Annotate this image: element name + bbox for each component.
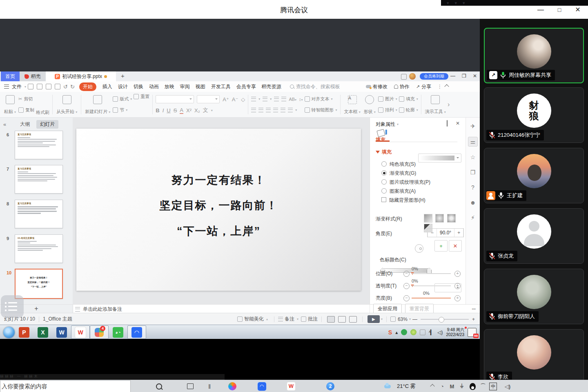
gradient-radial-swatch[interactable] xyxy=(435,214,444,223)
wps-local-taskbar-icon[interactable]: W xyxy=(287,382,296,391)
hamburger-icon[interactable] xyxy=(4,85,9,89)
notes-button[interactable]: 备注 xyxy=(285,316,294,323)
new-slide-button[interactable]: 新建幻灯片 ▾ xyxy=(83,94,112,116)
zoom-level[interactable]: 63% xyxy=(398,316,408,322)
participant-tile[interactable]: 李欣 xyxy=(484,329,584,385)
qq-tray-icon[interactable] xyxy=(468,382,477,391)
sorter-view-button[interactable] xyxy=(338,316,346,323)
menu-transition[interactable]: 切换 xyxy=(134,83,143,90)
wechat-taskbar-icon[interactable]: ◕◔ xyxy=(113,327,123,338)
redo-icon[interactable]: ↻ xyxy=(70,84,75,90)
menu-member[interactable]: 会员专享 xyxy=(236,83,256,90)
sticker-rail-icon[interactable]: ☻ xyxy=(468,198,477,207)
slide-canvas[interactable]: 努力一定有结果！ 坚定目标，一路向前！ “下一站，上岸” xyxy=(73,118,370,304)
bold-button[interactable]: B xyxy=(156,107,159,114)
task-view-icon[interactable] xyxy=(186,382,195,391)
fill-tab-label[interactable]: 填充 xyxy=(376,136,385,143)
text-direction-button[interactable]: ↕▾ xyxy=(299,97,303,102)
line-spacing-icon[interactable] xyxy=(288,108,293,112)
zoom-in-button[interactable]: + xyxy=(472,316,475,322)
slide-thumbnail-6[interactable]: 复习注意事项 xyxy=(15,131,63,159)
quick-tools-icon[interactable]: ✈ xyxy=(468,122,477,131)
flash-rail-icon[interactable]: ⚡ xyxy=(468,213,477,222)
angle-stepper[interactable]: − 90.0° + xyxy=(427,228,464,237)
position-minus-icon[interactable]: − xyxy=(403,271,410,277)
zoom-slider-knob[interactable] xyxy=(439,317,444,323)
align-right-icon[interactable] xyxy=(266,108,271,112)
wps-account-avatar[interactable] xyxy=(409,73,416,80)
zoom-out-button[interactable]: — xyxy=(412,316,417,322)
m-app-tray-icon[interactable]: M xyxy=(448,382,457,391)
share-button[interactable]: ↗ 分享 xyxy=(416,83,431,90)
chevron-down-icon[interactable]: ▾ xyxy=(397,122,399,126)
slideshow-play-button[interactable]: ▶ xyxy=(368,315,380,323)
print-preview-icon[interactable] xyxy=(55,84,60,89)
play-from-start-button[interactable]: 从头开始 ▾ xyxy=(55,94,79,116)
weather-text[interactable]: 21°C 雾 xyxy=(397,383,416,390)
copy-button[interactable]: 复制 xyxy=(18,107,34,113)
distribute-icon[interactable] xyxy=(281,108,285,112)
meeting-close-button[interactable]: ✕ xyxy=(575,7,581,13)
outline-button[interactable]: 轮廓▾ xyxy=(399,107,418,113)
angle-minus-button[interactable]: − xyxy=(428,229,437,237)
highlight-button[interactable]: ▾ xyxy=(211,109,213,112)
menu-review[interactable]: 审阅 xyxy=(180,83,190,90)
subscript-button[interactable]: X₂ xyxy=(194,107,200,114)
participant-tile-sharing[interactable]: ↗ 周佳敏的屏幕共享 xyxy=(484,28,584,83)
remove-stop-button[interactable]: ✕ xyxy=(449,240,462,252)
modified-status[interactable]: 有修改 xyxy=(366,83,388,90)
transparency-minus-icon[interactable]: − xyxy=(403,283,410,289)
participant-tile[interactable]: 张贞龙 xyxy=(484,208,584,264)
meeting-local-taskbar-icon[interactable]: ◠ xyxy=(257,382,266,391)
participant-tile[interactable]: 御前带刀阴阳人 xyxy=(484,269,584,324)
justify-icon[interactable] xyxy=(273,108,278,112)
meeting-minimize-button[interactable]: — xyxy=(537,7,544,13)
cut-button[interactable]: ✂剪切 xyxy=(18,96,34,102)
wifi-tray-icon[interactable]: ⌒ xyxy=(479,382,488,391)
slide-thumbnail-10-selected[interactable]: 努力一定有结果！ 坚定目标，一路向前！ “下一站，上岸” xyxy=(15,269,63,299)
clear-format-icon[interactable]: ◇ xyxy=(241,96,245,102)
font-decrease-button[interactable]: A⁻ xyxy=(232,96,238,102)
read-mode-icon[interactable] xyxy=(401,74,407,80)
collapse-panel-button[interactable]: « xyxy=(3,121,6,127)
beautify-button[interactable]: 智能美化 xyxy=(244,316,264,323)
section-button[interactable]: 节▾ xyxy=(113,107,132,113)
clipboard-tray-icon[interactable] xyxy=(420,330,425,335)
export-icon[interactable] xyxy=(37,84,42,89)
arrange-button[interactable]: 排列▾ xyxy=(378,107,397,113)
align-center-icon[interactable] xyxy=(258,108,263,112)
underline-button[interactable]: U xyxy=(167,107,170,114)
projector-plug-icon[interactable]: ⏚ xyxy=(457,382,466,391)
collapse-ribbon-icon[interactable] xyxy=(444,84,449,89)
save-icon[interactable] xyxy=(28,84,33,89)
checkbox-hide-background[interactable]: 隐藏背景图形(H) xyxy=(381,197,425,204)
number-list-icon[interactable] xyxy=(263,97,267,101)
excel-taskbar-icon[interactable]: X xyxy=(38,327,48,338)
position-slider-row[interactable]: 位置(O) − 0% + xyxy=(376,269,461,278)
command-search-input[interactable]: 查找命令、搜索模板 xyxy=(290,83,363,90)
font-family-select[interactable] xyxy=(156,95,194,103)
menu-file[interactable]: 文件 xyxy=(12,83,22,90)
menu-animation[interactable]: 动画 xyxy=(149,83,159,90)
volume-icon[interactable]: ◁) xyxy=(437,330,443,335)
tab-outline[interactable]: 大纲 xyxy=(20,121,30,128)
menu-start[interactable]: 开始 xyxy=(79,82,96,91)
slide-thumbnail-7[interactable]: 复习注意事项 xyxy=(15,165,63,194)
italic-button[interactable]: I xyxy=(163,107,164,114)
notes-input[interactable]: 单击此处添加备注 xyxy=(75,306,122,313)
volume-tray-icon[interactable]: ◁) xyxy=(503,382,512,391)
petal-app-taskbar-icon[interactable]: 4 xyxy=(95,328,104,337)
reading-view-button[interactable] xyxy=(349,316,357,323)
smart-graphic-button[interactable]: 转智能图形▾ xyxy=(305,107,337,113)
tab-slides[interactable]: 幻灯片 xyxy=(36,120,58,129)
help-rail-icon[interactable]: ? xyxy=(468,183,477,192)
transparency-slider-row[interactable]: 透明度(T) − 0% + xyxy=(376,281,461,291)
gradient-preset-select[interactable] xyxy=(418,154,461,163)
wps-taskbar-icon[interactable]: W xyxy=(75,327,86,338)
indent-icon[interactable] xyxy=(281,97,286,101)
close-panel-icon[interactable]: ✕ xyxy=(456,120,460,126)
pinyin-button[interactable]: 文 xyxy=(203,107,208,114)
meeting-maximize-button[interactable]: □ xyxy=(556,7,563,13)
fill-section-header[interactable]: 填充 xyxy=(376,149,392,156)
char-spacing-button[interactable]: AB▾ xyxy=(289,97,296,102)
